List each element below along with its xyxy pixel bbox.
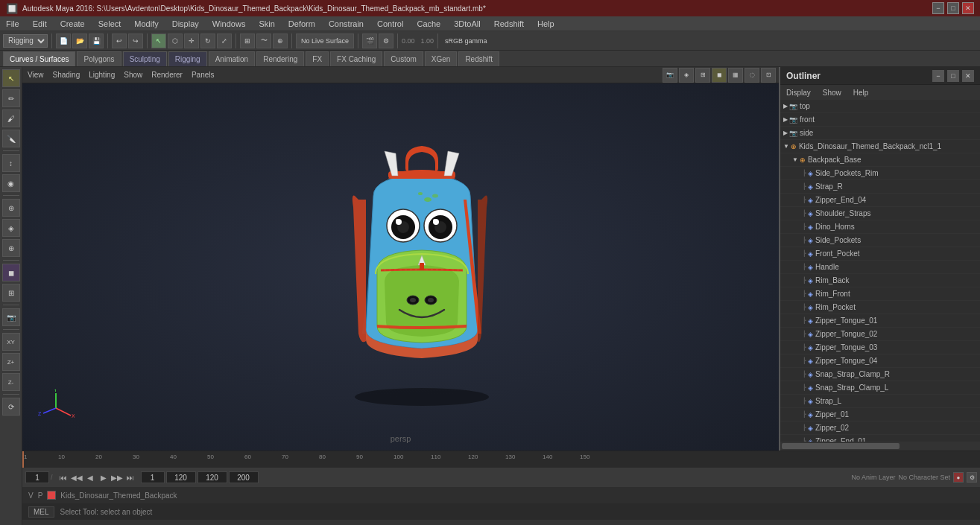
outliner-item-zipper-02[interactable]: ┣ ◈ Zipper_02 bbox=[780, 421, 980, 435]
menu-redshift[interactable]: Redshift bbox=[491, 19, 527, 28]
outliner-menu-show[interactable]: Show bbox=[820, 89, 844, 97]
anim-settings-button[interactable]: ⚙ bbox=[967, 472, 977, 483]
menu-control[interactable]: Control bbox=[374, 19, 406, 28]
outliner-item-front-pocket[interactable]: ┣ ◈ Front_Pocket bbox=[780, 247, 980, 261]
menu-create[interactable]: Create bbox=[57, 19, 88, 28]
tab-sculpting[interactable]: Sculpting bbox=[123, 51, 167, 66]
menu-3dto-all[interactable]: 3DtoAll bbox=[451, 19, 483, 28]
tab-xgen[interactable]: XGen bbox=[425, 51, 458, 66]
extra-btn-1[interactable]: XY bbox=[2, 333, 20, 351]
rig-btn-2[interactable]: ◈ bbox=[2, 219, 20, 237]
outliner-minimize[interactable]: − bbox=[932, 70, 944, 82]
outliner-item-zipper-end-04[interactable]: ┣ ◈ Zipper_End_04 bbox=[780, 194, 980, 207]
outliner-item-rim-back[interactable]: ┣ ◈ Rim_Back bbox=[780, 274, 980, 287]
brush-tool-btn[interactable]: 🖌 bbox=[2, 109, 20, 127]
open-file-button[interactable]: 📂 bbox=[72, 34, 87, 48]
grid-btn[interactable]: ⊞ bbox=[2, 284, 20, 302]
tab-custom[interactable]: Custom bbox=[384, 51, 423, 66]
step-forward-button[interactable]: ▶▶ bbox=[111, 471, 123, 483]
menu-display[interactable]: Display bbox=[169, 19, 202, 28]
outliner-close[interactable]: ✕ bbox=[962, 70, 974, 82]
undo-button[interactable]: ↩ bbox=[112, 34, 127, 48]
range-end-input[interactable] bbox=[229, 471, 259, 483]
outliner-menu-display[interactable]: Display bbox=[783, 89, 814, 97]
outliner-item-snap-strap-clamp-r[interactable]: ┣ ◈ Snap_Strap_Clamp_R bbox=[780, 368, 980, 381]
tab-fx[interactable]: FX bbox=[306, 51, 329, 66]
outliner-item-side-pockets[interactable]: ┣ ◈ Side_Pockets bbox=[780, 234, 980, 247]
snap-point[interactable]: ⊕ bbox=[273, 34, 288, 48]
menu-skin[interactable]: Skin bbox=[256, 19, 277, 28]
rig-btn-3[interactable]: ⊕ bbox=[2, 239, 20, 257]
vp-sel-mask[interactable]: ◈ bbox=[679, 68, 694, 83]
knife-tool-btn[interactable]: 🔪 bbox=[2, 130, 20, 147]
outliner-maximize[interactable]: □ bbox=[947, 70, 959, 82]
outliner-hscrollbar[interactable] bbox=[780, 442, 980, 451]
redo-button[interactable]: ↪ bbox=[128, 34, 143, 48]
outliner-item-zipper-tongue-01[interactable]: ┣ ◈ Zipper_Tongue_01 bbox=[780, 314, 980, 328]
menu-help[interactable]: Help bbox=[534, 19, 557, 28]
tab-polygons[interactable]: Polygons bbox=[77, 51, 121, 66]
outliner-item-front[interactable]: ▶ 📷 front bbox=[780, 113, 980, 127]
outliner-item-zipper-01[interactable]: ┣ ◈ Zipper_01 bbox=[780, 408, 980, 421]
vp-xray-btn[interactable]: ◌ bbox=[745, 68, 759, 83]
menu-edit[interactable]: Edit bbox=[30, 19, 50, 28]
mode-indicator[interactable]: MEL bbox=[28, 506, 54, 518]
move-vert-btn[interactable]: ↕ bbox=[2, 154, 20, 172]
play-forward-button[interactable]: ▶ bbox=[98, 471, 110, 483]
tab-curves-surfaces[interactable]: Curves / Surfaces bbox=[3, 51, 75, 66]
outliner-item-side-pockets-rim[interactable]: ┣ ◈ Side_Pockets_Rim bbox=[780, 167, 980, 180]
outliner-item-strap-r[interactable]: ┣ ◈ Strap_R bbox=[780, 180, 980, 194]
paint-tool-btn[interactable]: ✏ bbox=[2, 89, 20, 107]
outliner-item-rim-front[interactable]: ┣ ◈ Rim_Front bbox=[780, 287, 980, 301]
outliner-item-zipper-end-01[interactable]: ┣ ◈ Zipper_End_01 bbox=[780, 435, 980, 442]
outliner-menu-help[interactable]: Help bbox=[850, 89, 872, 97]
selection-tool-btn[interactable]: ↖ bbox=[2, 69, 20, 87]
snap-curve[interactable]: 〜 bbox=[256, 34, 271, 48]
close-button[interactable]: ✕ bbox=[962, 2, 974, 14]
soft-sel-btn[interactable]: ◉ bbox=[2, 174, 20, 192]
extra-btn-2[interactable]: Z+ bbox=[2, 353, 20, 371]
scale-tool[interactable]: ⤢ bbox=[217, 34, 232, 48]
hscrollbar-thumb[interactable] bbox=[782, 443, 900, 449]
outliner-item-rim-pocket[interactable]: ┣ ◈ Rim_Pocket bbox=[780, 301, 980, 314]
new-scene-button[interactable]: 📄 bbox=[56, 34, 71, 48]
menu-file[interactable]: File bbox=[3, 19, 22, 28]
goto-end-button[interactable]: ⏭ bbox=[124, 471, 136, 483]
goto-start-button[interactable]: ⏮ bbox=[57, 471, 69, 483]
outliner-item-top[interactable]: ▶ 📷 top bbox=[780, 100, 980, 113]
save-button[interactable]: 💾 bbox=[89, 34, 104, 48]
minimize-button[interactable]: − bbox=[932, 2, 944, 14]
vp-menu-lighting[interactable]: Lighting bbox=[86, 71, 117, 79]
tab-fx-caching[interactable]: FX Caching bbox=[330, 51, 382, 66]
outliner-item-zipper-tongue-02[interactable]: ┣ ◈ Zipper_Tongue_02 bbox=[780, 328, 980, 341]
vp-menu-renderer[interactable]: Renderer bbox=[149, 71, 185, 79]
render-preview[interactable]: 🎬 bbox=[362, 34, 377, 48]
menu-cache[interactable]: Cache bbox=[414, 19, 443, 28]
step-back-button[interactable]: ◀◀ bbox=[71, 471, 83, 483]
play-back-button[interactable]: ◀ bbox=[84, 471, 96, 483]
display-mode-btn[interactable]: ◼ bbox=[2, 264, 20, 281]
extra-btn-4[interactable]: ⟳ bbox=[2, 398, 20, 416]
outliner-item-zipper-tongue-03[interactable]: ┣ ◈ Zipper_Tongue_03 bbox=[780, 341, 980, 354]
tab-rendering[interactable]: Rendering bbox=[256, 51, 304, 66]
select-tool[interactable]: ↖ bbox=[151, 34, 166, 48]
vp-grid-btn[interactable]: ⊞ bbox=[695, 68, 710, 83]
outliner-item-shoulder-straps[interactable]: ┣ ◈ Shoulder_Straps bbox=[780, 207, 980, 220]
outliner-item-dino-horns[interactable]: ┣ ◈ Dino_Horns bbox=[780, 220, 980, 234]
viewport-canvas[interactable]: persp X Y Z bbox=[22, 83, 779, 451]
vp-wire-btn[interactable]: ▦ bbox=[728, 68, 743, 83]
tab-rigging[interactable]: Rigging bbox=[168, 51, 207, 66]
playback-end-input[interactable] bbox=[166, 471, 196, 483]
auto-key-button[interactable]: ● bbox=[953, 472, 964, 483]
vp-menu-show[interactable]: Show bbox=[121, 71, 145, 79]
menu-deform[interactable]: Deform bbox=[285, 19, 318, 28]
menu-modify[interactable]: Modify bbox=[131, 19, 161, 28]
maximize-button[interactable]: □ bbox=[947, 2, 959, 14]
lasso-tool[interactable]: ⬡ bbox=[168, 34, 183, 48]
snap-grid[interactable]: ⊞ bbox=[240, 34, 255, 48]
range-start-input[interactable] bbox=[141, 471, 165, 483]
menu-windows[interactable]: Windows bbox=[209, 19, 249, 28]
move-tool[interactable]: ✛ bbox=[184, 34, 199, 48]
current-frame-input[interactable] bbox=[25, 471, 49, 483]
menu-constrain[interactable]: Constrain bbox=[326, 19, 367, 28]
